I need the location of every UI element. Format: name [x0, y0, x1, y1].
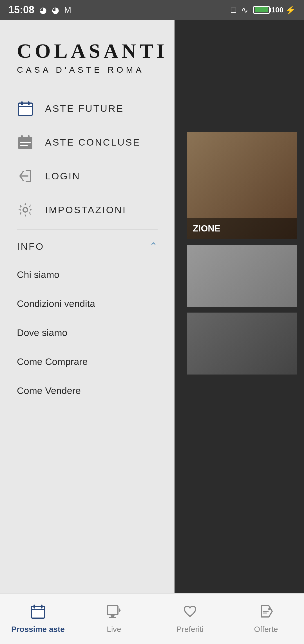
calendar-future-icon [17, 100, 34, 117]
battery-percent: 100 [271, 6, 283, 14]
come-vendere-label: Come Vendere [17, 385, 81, 396]
bg-images: ZIONE [180, 132, 304, 375]
login-label: LOGIN [45, 171, 81, 182]
menu-list: ASTE FUTURE ASTE CONCLUSE [0, 92, 175, 593]
logo-area: COLASANTI CASA D'ASTE ROMA [0, 20, 175, 92]
svg-rect-13 [33, 605, 35, 609]
svg-rect-3 [18, 106, 32, 107]
menu-item-aste-concluse[interactable]: ASTE CONCLUSE [0, 125, 175, 159]
aste-future-label: ASTE FUTURE [45, 103, 124, 114]
info-header[interactable]: INFO ⌃ [0, 233, 175, 260]
logo-subtitle: CASA D'ASTE ROMA [17, 65, 158, 75]
tab-offerte-label: Offerte [254, 625, 278, 634]
tab-prossime-aste-label: Prossime aste [11, 625, 65, 634]
svg-rect-1 [21, 101, 23, 105]
tab-tag-icon [259, 604, 273, 622]
tab-live-icon [107, 604, 121, 622]
tab-offerte[interactable]: Offerte [228, 604, 304, 634]
status-right: □ ∿ 100 ⚡ [231, 5, 296, 15]
location2-icon: ◕ [52, 5, 59, 15]
bg-image-2 [187, 245, 297, 307]
aste-concluse-label: ASTE CONCLUSE [45, 137, 140, 148]
info-label: INFO [17, 241, 44, 252]
background-right: ZIONE [180, 20, 304, 593]
chevron-up-icon: ⌃ [149, 240, 158, 252]
tab-preferiti-label: Preferiti [176, 625, 204, 634]
mail-icon: M [64, 5, 71, 15]
battery-container: 100 ⚡ [253, 5, 296, 15]
impostazioni-label: IMPOSTAZIONI [45, 204, 126, 215]
tab-preferiti[interactable]: Preferiti [152, 604, 228, 634]
status-time: 15:08 [8, 4, 34, 16]
menu-item-login[interactable]: LOGIN [0, 159, 175, 193]
svg-rect-7 [20, 142, 31, 143]
svg-rect-16 [107, 606, 118, 615]
menu-item-impostazioni[interactable]: IMPOSTAZIONI [0, 193, 175, 227]
battery-fill [255, 7, 268, 12]
svg-rect-12 [31, 606, 45, 618]
battery-box [253, 6, 270, 14]
logo-title: COLASANTI [17, 39, 158, 63]
wifi-icon: ∿ [241, 5, 248, 15]
tab-prossime-aste[interactable]: Prossime aste [0, 604, 76, 634]
tab-live-label: Live [107, 625, 121, 634]
menu-item-aste-future[interactable]: ASTE FUTURE [0, 92, 175, 125]
bg-image-3 [187, 313, 297, 375]
svg-rect-0 [18, 103, 32, 115]
location-icon: ◕ [39, 5, 47, 15]
sub-menu-condizioni-vendita[interactable]: Condizioni vendita [0, 289, 175, 318]
dove-siamo-label: Dove siamo [17, 327, 68, 338]
tab-heart-icon [183, 604, 197, 622]
svg-rect-5 [21, 135, 23, 139]
status-left: 15:08 ◕ ◕ M [8, 4, 71, 16]
svg-rect-8 [20, 145, 28, 146]
gear-icon [17, 201, 34, 218]
calendar-past-icon [17, 134, 34, 151]
come-comprare-label: Come Comprare [17, 356, 88, 367]
svg-point-21 [268, 608, 271, 610]
sub-menu-chi-siamo[interactable]: Chi siamo [0, 260, 175, 289]
tab-live[interactable]: Live [76, 604, 152, 634]
drawer-menu: COLASANTI CASA D'ASTE ROMA ASTE FUTURE [0, 20, 175, 593]
svg-rect-14 [41, 605, 43, 609]
sub-menu-dove-siamo[interactable]: Dove siamo [0, 318, 175, 347]
svg-rect-15 [31, 609, 45, 610]
sub-menu-come-vendere[interactable]: Come Vendere [0, 376, 175, 405]
tab-calendar-icon [31, 604, 45, 622]
condizioni-vendita-label: Condizioni vendita [17, 298, 95, 309]
svg-point-11 [23, 208, 28, 212]
close-icon: □ [231, 5, 236, 15]
bg-image-1-overlay: ZIONE [187, 218, 297, 239]
menu-divider [17, 229, 158, 230]
tab-bar: Prossime aste Live Preferiti [0, 593, 304, 644]
bg-image-1: ZIONE [187, 132, 297, 239]
login-icon [17, 168, 34, 184]
svg-rect-6 [28, 135, 30, 139]
status-bar: 15:08 ◕ ◕ M □ ∿ 100 ⚡ [0, 0, 304, 20]
bg-overlay-text-1: ZIONE [193, 223, 220, 233]
svg-rect-2 [28, 101, 30, 105]
lightning-icon: ⚡ [285, 5, 296, 15]
svg-marker-17 [119, 608, 121, 612]
chi-siamo-label: Chi siamo [17, 269, 59, 280]
sub-menu-come-comprare[interactable]: Come Comprare [0, 347, 175, 376]
